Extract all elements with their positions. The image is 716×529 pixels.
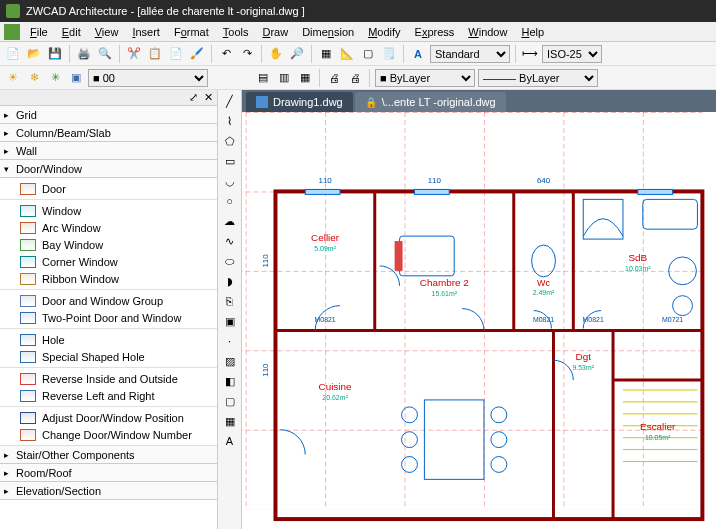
item-reverse-left-and-right[interactable]: Reverse Left and Right	[0, 387, 217, 404]
item-corner-window[interactable]: Corner Window	[0, 253, 217, 270]
menu-express[interactable]: Express	[409, 24, 461, 40]
svg-text:10.05m²: 10.05m²	[645, 434, 671, 441]
menu-modify[interactable]: Modify	[362, 24, 406, 40]
dim-style-select[interactable]: ISO-25	[542, 45, 602, 63]
tab-drawing1[interactable]: Drawing1.dwg	[246, 92, 353, 112]
svg-text:Cellier: Cellier	[311, 232, 340, 243]
rect-icon[interactable]: ▭	[221, 152, 239, 170]
group-column-beam-slab[interactable]: ▸Column/Beam/Slab	[0, 124, 217, 142]
props-icon[interactable]: 📐	[338, 45, 356, 63]
document-tabs: Drawing1.dwg 🔒 \...ente LT -original.dwg	[242, 90, 716, 112]
polyline-icon[interactable]: ⌇	[221, 112, 239, 130]
dim-style-icon[interactable]: ⟼	[521, 45, 539, 63]
item-arc-window[interactable]: Arc Window	[0, 219, 217, 236]
menu-window[interactable]: Window	[462, 24, 513, 40]
item-icon	[20, 222, 36, 234]
undo-icon[interactable]: ↶	[217, 45, 235, 63]
group-door-window[interactable]: ▾Door/Window	[0, 160, 217, 178]
item-window[interactable]: Window	[0, 202, 217, 219]
print-btn-b[interactable]: 🖨	[346, 69, 364, 87]
copy-icon[interactable]: 📋	[146, 45, 164, 63]
print-icon[interactable]: 🖨️	[75, 45, 93, 63]
revcloud-icon[interactable]: ☁	[221, 212, 239, 230]
item-change-door-window-number[interactable]: Change Door/Window Number	[0, 426, 217, 443]
text-style-select[interactable]: Standard	[430, 45, 510, 63]
cut-icon[interactable]: ✂️	[125, 45, 143, 63]
spline-icon[interactable]: ∿	[221, 232, 239, 250]
linetype-select[interactable]: ——— ByLayer	[478, 69, 598, 87]
drawing-canvas[interactable]: Cellier 5.09m² Chambre 2 15.61m² Wc 2.49…	[242, 112, 716, 529]
color-bylayer-select[interactable]: ■ ByLayer	[375, 69, 475, 87]
item-special-shaped-hole[interactable]: Special Shaped Hole	[0, 348, 217, 365]
point-icon[interactable]: ·	[221, 332, 239, 350]
text-style-icon[interactable]: A	[409, 45, 427, 63]
svg-text:110: 110	[261, 363, 270, 377]
menu-help[interactable]: Help	[515, 24, 550, 40]
ellipsearc-icon[interactable]: ◗	[221, 272, 239, 290]
polygon-icon[interactable]: ⬠	[221, 132, 239, 150]
tab-original[interactable]: 🔒 \...ente LT -original.dwg	[355, 92, 506, 112]
layer-select[interactable]: ■ 00	[88, 69, 208, 87]
group-elevation-section[interactable]: ▸Elevation/Section	[0, 482, 217, 500]
menu-view[interactable]: View	[89, 24, 125, 40]
arc-icon[interactable]: ◡	[221, 172, 239, 190]
calc-icon[interactable]: 🗒️	[380, 45, 398, 63]
gradient-icon[interactable]: ◧	[221, 372, 239, 390]
region-icon[interactable]: ▢	[221, 392, 239, 410]
menu-insert[interactable]: Insert	[126, 24, 166, 40]
menu-format[interactable]: Format	[168, 24, 215, 40]
match-icon[interactable]: 🖌️	[188, 45, 206, 63]
ellipse-icon[interactable]: ⬭	[221, 252, 239, 270]
block-make-icon[interactable]: ▣	[221, 312, 239, 330]
block-icon[interactable]: ▢	[359, 45, 377, 63]
line-icon[interactable]: ╱	[221, 92, 239, 110]
layer-icon-4[interactable]: ▣	[67, 69, 85, 87]
open-icon[interactable]: 📂	[25, 45, 43, 63]
layer-btn-a[interactable]: ▤	[254, 69, 272, 87]
group-room-roof[interactable]: ▸Room/Roof	[0, 464, 217, 482]
redo-icon[interactable]: ↷	[238, 45, 256, 63]
insert-icon[interactable]: ⎘	[221, 292, 239, 310]
menu-dimension[interactable]: Dimension	[296, 24, 360, 40]
mtext-icon[interactable]: A	[221, 432, 239, 450]
svg-text:110: 110	[261, 254, 270, 268]
group-wall[interactable]: ▸Wall	[0, 142, 217, 160]
item-ribbon-window[interactable]: Ribbon Window	[0, 270, 217, 287]
item-reverse-inside-and-outside[interactable]: Reverse Inside and Outside	[0, 370, 217, 387]
group-grid[interactable]: ▸Grid	[0, 106, 217, 124]
menu-file[interactable]: File	[24, 24, 54, 40]
new-icon[interactable]: 📄	[4, 45, 22, 63]
layer-btn-b[interactable]: ▥	[275, 69, 293, 87]
close-panel-icon[interactable]: ✕	[204, 91, 213, 104]
pin-icon[interactable]: ⤢	[189, 91, 198, 104]
table-icon[interactable]: ▦	[221, 412, 239, 430]
print-btn-a[interactable]: 🖨	[325, 69, 343, 87]
menu-draw[interactable]: Draw	[256, 24, 294, 40]
pan-icon[interactable]: ✋	[267, 45, 285, 63]
document-icon	[256, 96, 268, 108]
item-bay-window[interactable]: Bay Window	[0, 236, 217, 253]
save-icon[interactable]: 💾	[46, 45, 64, 63]
layer-icon-1[interactable]: ☀	[4, 69, 22, 87]
item-door-and-window-group[interactable]: Door and Window Group	[0, 292, 217, 309]
item-door[interactable]: Door	[0, 180, 217, 197]
group-stair-other-components[interactable]: ▸Stair/Other Components	[0, 446, 217, 464]
circle-icon[interactable]: ○	[221, 192, 239, 210]
paste-icon[interactable]: 📄	[167, 45, 185, 63]
app-menu-icon[interactable]	[4, 24, 20, 40]
sidebar-panel: ⤢ ✕ ▸Grid▸Column/Beam/Slab▸Wall▾Door/Win…	[0, 90, 218, 529]
layers-icon[interactable]: ▦	[317, 45, 335, 63]
menu-edit[interactable]: Edit	[56, 24, 87, 40]
preview-icon[interactable]: 🔍	[96, 45, 114, 63]
zoom-icon[interactable]: 🔎	[288, 45, 306, 63]
layer-icon-2[interactable]: ❄	[25, 69, 43, 87]
layer-icon-3[interactable]: ✳	[46, 69, 64, 87]
layer-btn-c[interactable]: ▦	[296, 69, 314, 87]
item-hole[interactable]: Hole	[0, 331, 217, 348]
item-icon	[20, 256, 36, 268]
item-adjust-door-window-position[interactable]: Adjust Door/Window Position	[0, 409, 217, 426]
item-two-point-door-and-window[interactable]: Two-Point Door and Window	[0, 309, 217, 326]
hatch-icon[interactable]: ▨	[221, 352, 239, 370]
item-icon	[20, 334, 36, 346]
menu-tools[interactable]: Tools	[217, 24, 255, 40]
